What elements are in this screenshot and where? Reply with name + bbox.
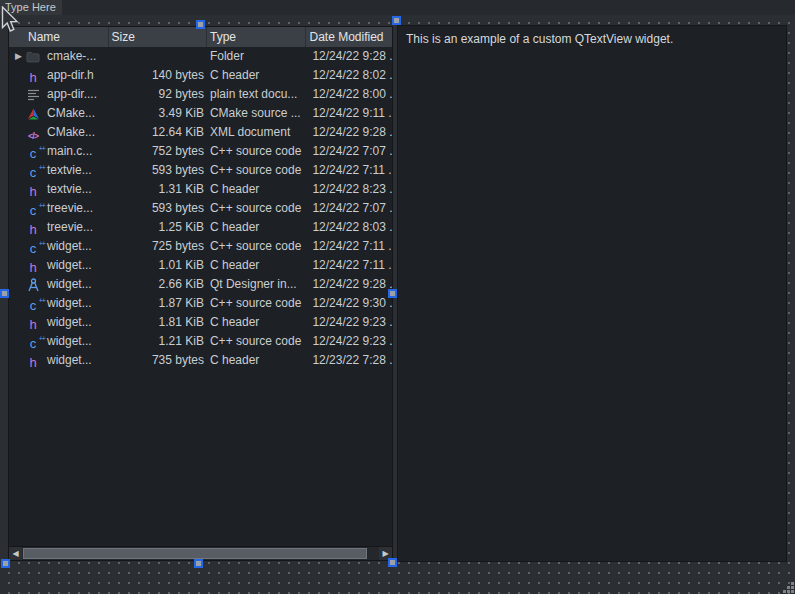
- column-header-type[interactable]: Type: [207, 27, 306, 47]
- column-header-date-modified[interactable]: Date Modified: [306, 27, 392, 47]
- file-name: widget...: [47, 256, 92, 275]
- file-name: treevie...: [47, 218, 93, 237]
- form-canvas[interactable]: Name Size Type Date Modified ▶cmake-...F…: [0, 15, 795, 594]
- scrollbar-thumb[interactable]: [23, 548, 367, 559]
- table-row[interactable]: hwidget...735 bytesC header12/23/22 7:28…: [9, 351, 392, 370]
- file-name: app-dir.h: [47, 66, 94, 85]
- file-date-cell: 12/24/22 9:11 .: [306, 104, 392, 123]
- tree-body: ▶cmake-...Folder12/24/22 9:28 .happ-dir.…: [9, 47, 392, 546]
- selection-handle-left-middle[interactable]: [0, 289, 9, 298]
- file-size-cell: 752 bytes: [108, 142, 206, 161]
- selection-handle-top-middle[interactable]: [196, 20, 205, 29]
- table-row[interactable]: ▶cmake-...Folder12/24/22 9:28 .: [9, 47, 392, 66]
- file-name: textvie...: [47, 180, 92, 199]
- c-header-icon: h: [29, 222, 36, 237]
- file-name-cell[interactable]: c++textvie...: [9, 161, 108, 180]
- file-name: treevie...: [47, 199, 93, 218]
- file-name-cell[interactable]: hwidget...: [9, 313, 108, 332]
- cpp-icon: c++: [30, 203, 37, 218]
- xml-icon: </>: [28, 131, 38, 141]
- file-name-cell[interactable]: c++main.c...: [9, 142, 108, 161]
- file-type-cell: C++ source code: [207, 142, 306, 161]
- table-row[interactable]: c++widget...725 bytesC++ source code12/2…: [9, 237, 392, 256]
- qt-designer-form: Type Here Name Size Type Date Modified ▶…: [0, 0, 795, 594]
- c-header-icon: h: [29, 70, 36, 85]
- file-date-cell: 12/24/22 7:11 .: [306, 256, 392, 275]
- file-name-cell[interactable]: happ-dir.h: [9, 66, 108, 85]
- file-name-cell[interactable]: c++treevie...: [9, 199, 108, 218]
- c-header-icon: h: [29, 184, 36, 199]
- file-name-cell[interactable]: </>CMake...: [9, 123, 108, 142]
- file-name-cell[interactable]: c++widget...: [9, 237, 108, 256]
- menu-placeholder[interactable]: Type Here: [0, 0, 62, 15]
- file-date-cell: 12/24/22 7:11 .: [306, 161, 392, 180]
- table-row[interactable]: widget...2.66 KiBQt Designer in...12/24/…: [9, 275, 392, 294]
- table-row[interactable]: c++treevie...593 bytesC++ source code12/…: [9, 199, 392, 218]
- file-type-cell: C header: [207, 218, 306, 237]
- file-name-cell[interactable]: CMake...: [9, 104, 108, 123]
- file-name-cell[interactable]: ▶cmake-...: [9, 47, 108, 66]
- file-name: widget...: [47, 275, 92, 294]
- file-name-cell[interactable]: htreevie...: [9, 218, 108, 237]
- menu-bar: Type Here: [0, 0, 795, 15]
- text-view-widget[interactable]: This is an example of a custom QTextView…: [397, 25, 787, 562]
- file-name-cell[interactable]: app-dir....: [9, 85, 108, 104]
- file-size-cell: 735 bytes: [108, 351, 206, 370]
- file-name: cmake-...: [47, 47, 96, 66]
- file-type-cell: C++ source code: [207, 161, 306, 180]
- file-date-cell: 12/24/22 9:30 .: [306, 294, 392, 313]
- text-view-content: This is an example of a custom QTextView…: [406, 32, 673, 46]
- selection-handle-bottom-left[interactable]: [1, 559, 10, 568]
- selection-handle-right-middle[interactable]: [388, 289, 397, 298]
- column-header-name[interactable]: Name: [9, 27, 109, 47]
- file-size-cell: 2.66 KiB: [108, 275, 206, 294]
- file-name-cell[interactable]: hwidget...: [9, 256, 108, 275]
- table-row[interactable]: c++main.c...752 bytesC++ source code12/2…: [9, 142, 392, 161]
- file-date-cell: 12/24/22 7:07 .: [306, 142, 392, 161]
- selection-handle-bottom-right[interactable]: [388, 558, 397, 567]
- file-size-cell: 3.49 KiB: [108, 104, 206, 123]
- file-name: textvie...: [47, 161, 92, 180]
- selection-handle-top-right[interactable]: [392, 16, 401, 25]
- expand-arrow-icon[interactable]: ▶: [9, 47, 25, 66]
- file-name: app-dir....: [47, 85, 97, 104]
- file-type-cell: C header: [207, 66, 306, 85]
- file-name-cell[interactable]: c++widget...: [9, 332, 108, 351]
- file-name: CMake...: [47, 123, 95, 142]
- file-date-cell: 12/24/22 7:07 .: [306, 199, 392, 218]
- table-row[interactable]: htextvie...1.31 KiBC header12/24/22 8:23…: [9, 180, 392, 199]
- table-row[interactable]: hwidget...1.81 KiBC header12/24/22 9:23 …: [9, 313, 392, 332]
- table-row[interactable]: </>CMake...12.64 KiBXML document12/24/22…: [9, 123, 392, 142]
- file-type-cell: C header: [207, 351, 306, 370]
- file-date-cell: 12/24/22 9:28 .: [306, 275, 392, 294]
- horizontal-scrollbar[interactable]: ◀ ▶: [9, 546, 392, 560]
- column-header-size[interactable]: Size: [109, 27, 207, 47]
- table-row[interactable]: happ-dir.h140 bytesC header12/24/22 8:02…: [9, 66, 392, 85]
- table-row[interactable]: hwidget...1.01 KiBC header12/24/22 7:11 …: [9, 256, 392, 275]
- file-name-cell[interactable]: widget...: [9, 275, 108, 294]
- file-name: main.c...: [47, 142, 92, 161]
- table-row[interactable]: c++textvie...593 bytesC++ source code12/…: [9, 161, 392, 180]
- table-row[interactable]: htreevie...1.25 KiBC header12/24/22 8:03…: [9, 218, 392, 237]
- cpp-icon: c++: [30, 165, 37, 180]
- table-row[interactable]: c++widget...1.21 KiBC++ source code12/24…: [9, 332, 392, 351]
- c-header-icon: h: [29, 260, 36, 275]
- table-row[interactable]: app-dir....92 bytesplain text docu...12/…: [9, 85, 392, 104]
- file-date-cell: 12/24/22 9:23 .: [306, 332, 392, 351]
- table-row[interactable]: c++widget...1.87 KiBC++ source code12/24…: [9, 294, 392, 313]
- file-date-cell: 12/23/22 7:28 .: [306, 351, 392, 370]
- file-date-cell: 12/24/22 8:23 .: [306, 180, 392, 199]
- selection-handle-bottom-middle[interactable]: [194, 559, 203, 568]
- file-name-cell[interactable]: htextvie...: [9, 180, 108, 199]
- size-grip-icon[interactable]: [781, 580, 794, 593]
- scroll-left-button[interactable]: ◀: [9, 547, 22, 560]
- file-name: widget...: [47, 237, 92, 256]
- file-type-cell: C++ source code: [207, 294, 306, 313]
- file-name: CMake...: [47, 104, 95, 123]
- file-name-cell[interactable]: hwidget...: [9, 351, 108, 370]
- file-size-cell: 92 bytes: [108, 85, 206, 104]
- table-row[interactable]: CMake...3.49 KiBCMake source ...12/24/22…: [9, 104, 392, 123]
- file-name-cell[interactable]: c++widget...: [9, 294, 108, 313]
- file-tree-widget[interactable]: Name Size Type Date Modified ▶cmake-...F…: [8, 26, 393, 561]
- folder-icon: [26, 51, 40, 63]
